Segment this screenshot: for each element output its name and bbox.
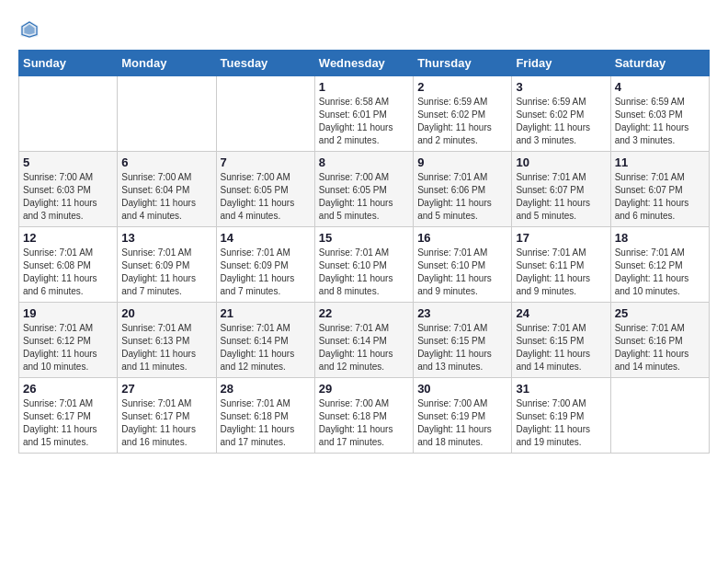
day-info: Sunrise: 7:01 AM Sunset: 6:17 PM Dayligh…	[121, 397, 211, 449]
day-info: Sunrise: 7:01 AM Sunset: 6:18 PM Dayligh…	[221, 397, 311, 449]
day-info: Sunrise: 7:01 AM Sunset: 6:09 PM Dayligh…	[221, 247, 311, 298]
day-number: 19	[23, 306, 113, 320]
day-info: Sunrise: 7:01 AM Sunset: 6:16 PM Dayligh…	[615, 322, 705, 373]
logo	[18, 18, 44, 40]
calendar-table: SundayMondayTuesdayWednesdayThursdayFrid…	[18, 50, 710, 454]
day-number: 28	[221, 382, 311, 396]
day-info: Sunrise: 7:00 AM Sunset: 6:03 PM Dayligh…	[23, 171, 113, 223]
calendar-cell: 23Sunrise: 7:01 AM Sunset: 6:15 PM Dayli…	[414, 303, 512, 378]
calendar-cell: 1Sunrise: 6:58 AM Sunset: 6:01 PM Daylig…	[314, 76, 413, 152]
day-number: 18	[615, 231, 705, 245]
calendar-cell	[216, 76, 314, 152]
calendar-cell: 27Sunrise: 7:01 AM Sunset: 6:17 PM Dayli…	[118, 378, 216, 454]
day-number: 17	[516, 231, 606, 245]
day-number: 25	[615, 306, 705, 320]
calendar-cell: 30Sunrise: 7:00 AM Sunset: 6:19 PM Dayli…	[414, 378, 512, 454]
weekday-header-wednesday: Wednesday	[314, 51, 413, 76]
calendar-cell: 28Sunrise: 7:01 AM Sunset: 6:18 PM Dayli…	[216, 378, 314, 454]
week-row-3: 12Sunrise: 7:01 AM Sunset: 6:08 PM Dayli…	[19, 227, 710, 303]
weekday-header-sunday: Sunday	[19, 51, 118, 76]
day-info: Sunrise: 7:01 AM Sunset: 6:10 PM Dayligh…	[417, 247, 507, 298]
day-info: Sunrise: 7:01 AM Sunset: 6:06 PM Dayligh…	[417, 171, 507, 223]
day-info: Sunrise: 6:59 AM Sunset: 6:02 PM Dayligh…	[417, 96, 507, 147]
day-number: 5	[23, 155, 113, 169]
calendar-cell: 12Sunrise: 7:01 AM Sunset: 6:08 PM Dayli…	[19, 227, 118, 303]
calendar-cell: 7Sunrise: 7:00 AM Sunset: 6:05 PM Daylig…	[216, 152, 314, 227]
calendar-cell: 14Sunrise: 7:01 AM Sunset: 6:09 PM Dayli…	[216, 227, 314, 303]
day-info: Sunrise: 7:01 AM Sunset: 6:11 PM Dayligh…	[516, 247, 606, 298]
calendar-cell: 29Sunrise: 7:00 AM Sunset: 6:18 PM Dayli…	[314, 378, 413, 454]
day-number: 7	[221, 155, 311, 169]
weekday-header-saturday: Saturday	[610, 51, 709, 76]
calendar-cell: 31Sunrise: 7:00 AM Sunset: 6:19 PM Dayli…	[512, 378, 610, 454]
day-info: Sunrise: 7:01 AM Sunset: 6:13 PM Dayligh…	[121, 322, 211, 373]
calendar-cell: 25Sunrise: 7:01 AM Sunset: 6:16 PM Dayli…	[610, 303, 709, 378]
calendar-cell: 8Sunrise: 7:00 AM Sunset: 6:05 PM Daylig…	[314, 152, 413, 227]
calendar-cell: 21Sunrise: 7:01 AM Sunset: 6:14 PM Dayli…	[216, 303, 314, 378]
logo-icon	[18, 18, 40, 40]
day-number: 4	[615, 80, 705, 94]
week-row-4: 19Sunrise: 7:01 AM Sunset: 6:12 PM Dayli…	[19, 303, 710, 378]
day-info: Sunrise: 7:01 AM Sunset: 6:14 PM Dayligh…	[221, 322, 311, 373]
calendar-cell: 10Sunrise: 7:01 AM Sunset: 6:07 PM Dayli…	[512, 152, 610, 227]
calendar-cell: 17Sunrise: 7:01 AM Sunset: 6:11 PM Dayli…	[512, 227, 610, 303]
day-number: 3	[516, 80, 606, 94]
day-info: Sunrise: 7:01 AM Sunset: 6:10 PM Dayligh…	[319, 247, 409, 298]
day-number: 8	[319, 155, 409, 169]
day-info: Sunrise: 7:00 AM Sunset: 6:19 PM Dayligh…	[417, 397, 507, 449]
calendar-cell: 4Sunrise: 6:59 AM Sunset: 6:03 PM Daylig…	[610, 76, 709, 152]
week-row-5: 26Sunrise: 7:01 AM Sunset: 6:17 PM Dayli…	[19, 378, 710, 454]
day-info: Sunrise: 7:00 AM Sunset: 6:05 PM Dayligh…	[319, 171, 409, 223]
day-number: 30	[417, 382, 507, 396]
day-number: 21	[221, 306, 311, 320]
calendar-cell: 18Sunrise: 7:01 AM Sunset: 6:12 PM Dayli…	[610, 227, 709, 303]
day-number: 13	[121, 231, 211, 245]
day-info: Sunrise: 7:00 AM Sunset: 6:04 PM Dayligh…	[121, 171, 211, 223]
weekday-header-row: SundayMondayTuesdayWednesdayThursdayFrid…	[19, 51, 710, 76]
calendar-cell: 9Sunrise: 7:01 AM Sunset: 6:06 PM Daylig…	[414, 152, 512, 227]
calendar-cell	[19, 76, 118, 152]
day-number: 20	[121, 306, 211, 320]
calendar-cell: 20Sunrise: 7:01 AM Sunset: 6:13 PM Dayli…	[118, 303, 216, 378]
day-number: 29	[319, 382, 409, 396]
week-row-2: 5Sunrise: 7:00 AM Sunset: 6:03 PM Daylig…	[19, 152, 710, 227]
calendar-cell: 19Sunrise: 7:01 AM Sunset: 6:12 PM Dayli…	[19, 303, 118, 378]
day-number: 1	[319, 80, 409, 94]
day-number: 24	[516, 306, 606, 320]
calendar-cell: 24Sunrise: 7:01 AM Sunset: 6:15 PM Dayli…	[512, 303, 610, 378]
calendar-cell: 22Sunrise: 7:01 AM Sunset: 6:14 PM Dayli…	[314, 303, 413, 378]
calendar-cell: 26Sunrise: 7:01 AM Sunset: 6:17 PM Dayli…	[19, 378, 118, 454]
calendar-cell	[118, 76, 216, 152]
day-info: Sunrise: 7:00 AM Sunset: 6:19 PM Dayligh…	[516, 397, 606, 449]
day-number: 26	[23, 382, 113, 396]
day-info: Sunrise: 7:01 AM Sunset: 6:12 PM Dayligh…	[23, 322, 113, 373]
day-number: 23	[417, 306, 507, 320]
day-number: 16	[417, 231, 507, 245]
day-number: 22	[319, 306, 409, 320]
day-info: Sunrise: 7:01 AM Sunset: 6:12 PM Dayligh…	[615, 247, 705, 298]
calendar-cell: 16Sunrise: 7:01 AM Sunset: 6:10 PM Dayli…	[414, 227, 512, 303]
day-info: Sunrise: 7:01 AM Sunset: 6:15 PM Dayligh…	[417, 322, 507, 373]
day-number: 9	[417, 155, 507, 169]
weekday-header-friday: Friday	[512, 51, 610, 76]
day-info: Sunrise: 7:01 AM Sunset: 6:08 PM Dayligh…	[23, 247, 113, 298]
day-info: Sunrise: 7:01 AM Sunset: 6:14 PM Dayligh…	[319, 322, 409, 373]
day-info: Sunrise: 6:59 AM Sunset: 6:02 PM Dayligh…	[516, 96, 606, 147]
day-info: Sunrise: 6:58 AM Sunset: 6:01 PM Dayligh…	[319, 96, 409, 147]
page-header	[18, 18, 710, 40]
calendar-cell: 13Sunrise: 7:01 AM Sunset: 6:09 PM Dayli…	[118, 227, 216, 303]
day-number: 10	[516, 155, 606, 169]
calendar-cell: 11Sunrise: 7:01 AM Sunset: 6:07 PM Dayli…	[610, 152, 709, 227]
calendar-cell	[610, 378, 709, 454]
weekday-header-tuesday: Tuesday	[216, 51, 314, 76]
day-info: Sunrise: 7:01 AM Sunset: 6:15 PM Dayligh…	[516, 322, 606, 373]
day-number: 14	[221, 231, 311, 245]
calendar-cell: 6Sunrise: 7:00 AM Sunset: 6:04 PM Daylig…	[118, 152, 216, 227]
day-info: Sunrise: 7:01 AM Sunset: 6:09 PM Dayligh…	[121, 247, 211, 298]
day-info: Sunrise: 7:00 AM Sunset: 6:18 PM Dayligh…	[319, 397, 409, 449]
day-number: 15	[319, 231, 409, 245]
weekday-header-monday: Monday	[118, 51, 216, 76]
calendar-cell: 5Sunrise: 7:00 AM Sunset: 6:03 PM Daylig…	[19, 152, 118, 227]
day-number: 2	[417, 80, 507, 94]
day-number: 12	[23, 231, 113, 245]
